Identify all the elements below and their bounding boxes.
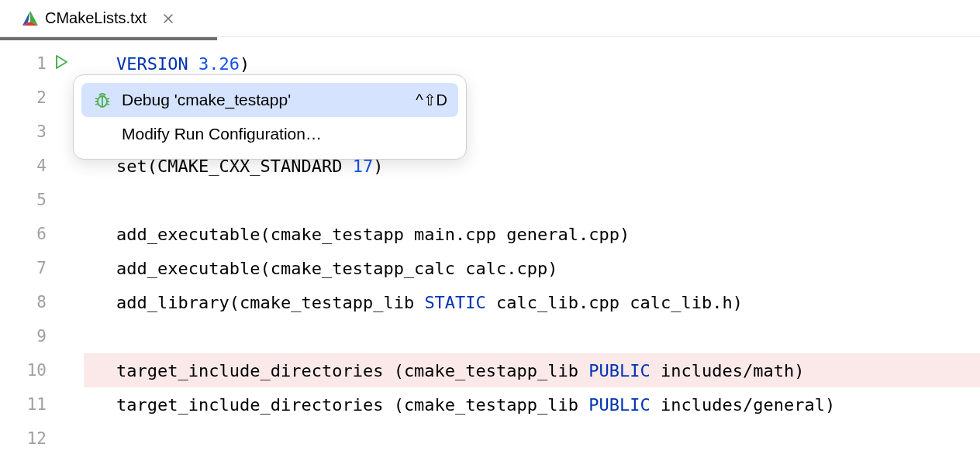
gutter: 1 2 3 4 5 6 7 8 9 10 11 12 <box>0 45 53 456</box>
code-line <box>84 422 980 456</box>
line-number[interactable]: 9 <box>36 327 47 346</box>
code-line: target_include_directories (cmake_testap… <box>84 387 980 422</box>
line-number[interactable]: 12 <box>27 429 47 448</box>
line-number[interactable]: 5 <box>36 191 47 209</box>
file-tab[interactable]: CMakeLists.txt <box>12 3 185 33</box>
menu-shortcut: ^⇧D <box>416 91 447 109</box>
menu-label: Debug 'cmake_testapp' <box>122 91 416 109</box>
line-number[interactable]: 6 <box>36 225 47 243</box>
line-number[interactable]: 1 <box>36 54 47 73</box>
line-number[interactable]: 4 <box>36 157 47 175</box>
line-number[interactable]: 11 <box>27 395 47 414</box>
menu-icon-spacer <box>92 124 112 144</box>
bug-icon <box>92 90 112 110</box>
code-line: add_library(cmake_testapp_lib STATIC cal… <box>84 285 980 319</box>
code-line: add_executable(cmake_testapp main.cpp ge… <box>84 217 980 251</box>
run-icon[interactable] <box>53 53 70 74</box>
line-number[interactable]: 8 <box>36 293 47 311</box>
svg-line-7 <box>107 104 110 105</box>
line-number[interactable]: 2 <box>36 88 47 107</box>
menu-label: Modify Run Configuration… <box>122 125 447 143</box>
code-line: target_include_directories (cmake_testap… <box>84 353 980 387</box>
tab-title: CMakeLists.txt <box>45 9 147 27</box>
tab-bar: CMakeLists.txt <box>0 0 980 37</box>
code-line: add_executable(cmake_testapp_calc calc.c… <box>84 251 980 285</box>
svg-line-5 <box>107 98 110 99</box>
context-menu: Debug 'cmake_testapp' ^⇧D Modify Run Con… <box>73 74 467 160</box>
line-number[interactable]: 3 <box>36 122 47 141</box>
line-number[interactable]: 7 <box>36 259 47 277</box>
menu-item-debug[interactable]: Debug 'cmake_testapp' ^⇧D <box>81 83 458 117</box>
code-line <box>84 183 980 217</box>
close-icon[interactable] <box>160 11 176 26</box>
cmake-icon <box>22 10 39 27</box>
code-line <box>84 319 980 353</box>
svg-line-4 <box>95 104 98 105</box>
line-number[interactable]: 10 <box>27 361 47 380</box>
svg-line-2 <box>95 98 98 99</box>
menu-item-modify[interactable]: Modify Run Configuration… <box>81 117 458 151</box>
